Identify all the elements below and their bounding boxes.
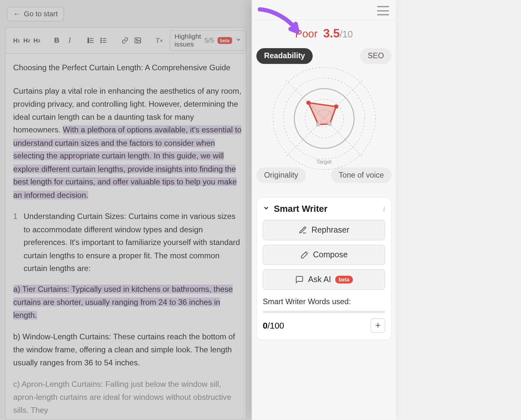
score-label: Poor xyxy=(295,28,317,40)
edit-icon xyxy=(299,226,307,234)
unordered-list-button[interactable] xyxy=(98,35,109,46)
usage-row: 0/100 + xyxy=(263,318,385,333)
svg-point-7 xyxy=(136,39,137,41)
article-title: Choosing the Perfect Curtain Length: A C… xyxy=(13,61,242,75)
score-max: /10 xyxy=(340,29,353,40)
image-button[interactable] xyxy=(132,35,143,46)
go-to-start-label: Go to start xyxy=(24,10,58,18)
go-to-start-button[interactable]: ← Go to start xyxy=(7,7,64,21)
smart-writer-title: Smart Writer xyxy=(274,204,379,214)
svg-marker-16 xyxy=(308,103,336,125)
svg-text:3: 3 xyxy=(88,41,89,43)
ask-ai-label: Ask AI xyxy=(308,275,331,284)
smart-writer-card: Smart Writer i Rephraser Compose Ask AI … xyxy=(256,197,391,340)
chevron-down-icon xyxy=(235,37,241,45)
svg-point-18 xyxy=(334,104,338,109)
target-label: Target xyxy=(316,158,331,165)
info-icon[interactable]: i xyxy=(383,204,385,213)
metrics-radar: Readability SEO Originality Tone of voic… xyxy=(252,48,396,189)
highlighted-text: With a plethora of options available, it… xyxy=(13,125,242,199)
editor-toolbar: H1 H2 H3 B I 123 xyxy=(5,27,246,54)
rephraser-label: Rephraser xyxy=(311,225,349,235)
highlight-issues-dropdown[interactable]: Highlight issues 5/5 beta xyxy=(170,30,246,51)
usage-total: /100 xyxy=(268,321,284,330)
compose-button[interactable]: Compose xyxy=(263,245,385,265)
svg-point-17 xyxy=(306,101,310,105)
usage-label: Smart Writer Words used: xyxy=(263,297,385,306)
side-panel: Poor 3.5/10 Readability SEO Originality … xyxy=(252,0,396,420)
svg-point-20 xyxy=(316,122,320,127)
svg-point-19 xyxy=(327,122,331,126)
menu-icon[interactable] xyxy=(377,6,389,15)
chat-icon xyxy=(295,275,304,284)
divider xyxy=(252,20,396,20)
heading-h2-button[interactable]: H2 xyxy=(22,35,31,46)
link-button[interactable] xyxy=(120,35,131,46)
rephraser-button[interactable]: Rephraser xyxy=(263,220,385,240)
heading-h1-button[interactable]: H1 xyxy=(12,35,21,46)
score-value: 3.5 xyxy=(323,27,340,40)
ask-ai-button[interactable]: Ask AI beta xyxy=(263,269,385,290)
highlight-issues-count: 5/5 xyxy=(204,37,214,45)
chevron-down-icon[interactable] xyxy=(263,205,270,213)
heading-h3-button[interactable]: H3 xyxy=(33,35,41,46)
sub-item-a: a) Tier Curtains: Typically used in kitc… xyxy=(13,283,242,322)
beta-badge: beta xyxy=(218,37,232,44)
compose-label: Compose xyxy=(313,250,348,260)
sub-item-c: c) Apron-Length Curtains: Falling just b… xyxy=(13,378,242,417)
highlight-issues-label: Highlight issues xyxy=(175,33,201,48)
overall-score: Poor 3.5/10 xyxy=(252,27,396,41)
svg-point-4 xyxy=(101,40,102,41)
clear-formatting-button[interactable]: T✕ xyxy=(154,35,165,46)
bold-button[interactable]: B xyxy=(51,35,62,46)
italic-button[interactable]: I xyxy=(64,35,75,46)
add-words-button[interactable]: + xyxy=(371,318,385,333)
list-item-1: Understanding Curtain Sizes: Curtains co… xyxy=(23,210,242,275)
usage-used: 0 xyxy=(263,321,268,330)
radar-chart-icon xyxy=(269,63,380,174)
sub-item-b: b) Window-Length Curtains: These curtain… xyxy=(13,331,242,370)
editor-pane: ← Go to start H1 H2 H3 B I 123 xyxy=(0,0,252,420)
usage-progress-bar xyxy=(263,311,385,313)
editor-content[interactable]: Choosing the Perfect Curtain Length: A C… xyxy=(5,54,246,420)
intro-paragraph: Curtains play a vital role in enhancing … xyxy=(13,85,242,202)
magic-wand-icon xyxy=(300,251,309,259)
list-number: 1 xyxy=(13,210,18,275)
arrow-left-icon: ← xyxy=(13,10,21,18)
highlighted-text: a) Tier Curtains: Typically used in kitc… xyxy=(13,285,233,319)
ordered-list-button[interactable]: 123 xyxy=(85,35,96,46)
svg-point-5 xyxy=(101,42,102,43)
beta-badge: beta xyxy=(335,276,353,284)
svg-point-3 xyxy=(101,38,102,39)
